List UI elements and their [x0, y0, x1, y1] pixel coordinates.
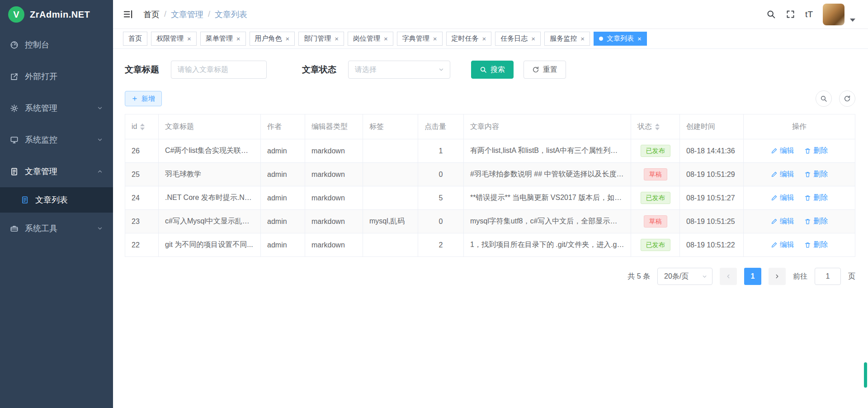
goto-page-input[interactable]	[815, 268, 841, 285]
sidebar-item-system-management[interactable]: 系统管理	[0, 92, 113, 124]
tab-post-management[interactable]: 岗位管理 ×	[348, 32, 393, 46]
sidebar-item-system-tools[interactable]: 系统工具	[0, 213, 113, 244]
reset-button[interactable]: 重置	[524, 61, 566, 79]
tab-menu-management[interactable]: 菜单管理 ×	[200, 32, 246, 46]
edit-button[interactable]: 编辑	[771, 217, 794, 226]
tab-department-management[interactable]: 部门管理 ×	[298, 32, 344, 46]
cell-title: 羽毛球教学	[159, 163, 261, 186]
tab-user-roles[interactable]: 用户角色 ×	[250, 32, 295, 46]
page-size-select[interactable]: 20条/页	[657, 268, 712, 285]
cell-content: 1，找到项目所在目录下的 .git/文件夹，进入.git/...	[464, 233, 631, 257]
pagination: 共 5 条 20条/页 1 前	[125, 268, 855, 285]
table-toolbar: 新增	[125, 90, 855, 107]
goto-label: 前往	[793, 272, 807, 281]
sort-carets-icon[interactable]	[140, 123, 145, 130]
tab-label: 字典管理	[402, 34, 429, 43]
tab-dict-management[interactable]: 字典管理 ×	[397, 32, 443, 46]
close-icon[interactable]: ×	[384, 35, 388, 42]
sidebar-item-label: 系统工具	[25, 223, 57, 234]
column-header-status[interactable]: 状态	[631, 114, 680, 139]
cell-editor: markdown	[305, 163, 363, 186]
toolbox-icon	[10, 224, 19, 233]
tab-label: 用户角色	[255, 34, 282, 43]
close-icon[interactable]: ×	[335, 35, 339, 42]
breadcrumb-item-article-management[interactable]: 文章管理	[171, 9, 203, 20]
sidebar-toggle-icon[interactable]	[123, 9, 133, 19]
tags-view-bar: 首页 权限管理 × 菜单管理 × 用户角色 × 部门管理 × 岗位管理 ×	[113, 29, 868, 49]
tab-label: 首页	[128, 34, 142, 43]
close-icon[interactable]: ×	[580, 35, 585, 42]
app-logo[interactable]: V ZrAdmin.NET	[0, 0, 113, 29]
article-title-input[interactable]	[171, 61, 267, 79]
close-icon[interactable]: ×	[187, 35, 191, 42]
sidebar: V ZrAdmin.NET 控制台 外部打开 系统管理	[0, 0, 113, 408]
cell-status: 草稿	[631, 163, 680, 186]
page-number-1[interactable]: 1	[744, 268, 761, 285]
search-icon[interactable]	[766, 9, 776, 19]
tab-permission-management[interactable]: 权限管理 ×	[151, 32, 197, 46]
chevron-right-icon	[774, 273, 780, 280]
edit-button[interactable]: 编辑	[771, 146, 794, 156]
delete-button[interactable]: 删除	[804, 146, 828, 156]
close-icon[interactable]: ×	[433, 35, 437, 42]
breadcrumb-item-home[interactable]: 首页	[143, 9, 160, 20]
close-icon[interactable]: ×	[482, 35, 486, 42]
close-icon[interactable]: ×	[637, 35, 642, 42]
article-status-select[interactable]: 请选择	[348, 61, 450, 79]
add-button[interactable]: 新增	[125, 91, 162, 106]
column-header-tags: 标签	[363, 114, 418, 139]
delete-button[interactable]: 删除	[804, 217, 828, 226]
page-unit-label: 页	[848, 272, 855, 281]
sidebar-item-dashboard[interactable]: 控制台	[0, 29, 113, 61]
table-row: 25 羽毛球教学 admin markdown 0 #羽毛球拍参数说明 ## 中…	[125, 163, 855, 186]
sidebar-item-external-open[interactable]: 外部打开	[0, 61, 113, 92]
breadcrumb-separator: /	[208, 9, 210, 19]
sidebar-item-article-management[interactable]: 文章管理	[0, 156, 113, 187]
chevron-left-icon	[725, 273, 731, 280]
fullscreen-icon[interactable]	[786, 9, 795, 19]
cell-id: 25	[125, 163, 159, 186]
close-icon[interactable]: ×	[236, 35, 241, 42]
cell-clicks: 5	[418, 186, 464, 210]
breadcrumb-item-article-list: 文章列表	[215, 9, 247, 20]
edit-button[interactable]: 编辑	[771, 170, 794, 179]
scrollbar-thumb[interactable]	[864, 362, 867, 388]
sort-carets-icon[interactable]	[655, 123, 660, 130]
status-badge: 草稿	[644, 168, 667, 181]
edit-button[interactable]: 编辑	[771, 193, 794, 203]
sidebar-item-label: 控制台	[25, 39, 49, 50]
search-button[interactable]: 搜索	[471, 61, 514, 79]
sidebar-item-system-monitor[interactable]: 系统监控	[0, 124, 113, 156]
delete-icon	[804, 242, 811, 248]
tab-label: 部门管理	[304, 34, 331, 43]
tab-task-logs[interactable]: 任务日志 ×	[495, 32, 541, 46]
close-icon[interactable]: ×	[531, 35, 535, 42]
chevron-down-icon	[702, 274, 708, 280]
cell-actions: 编辑 删除	[744, 233, 855, 257]
tab-home[interactable]: 首页	[123, 32, 147, 46]
tab-scheduled-tasks[interactable]: 定时任务 ×	[446, 32, 492, 46]
edit-button[interactable]: 编辑	[771, 240, 794, 250]
caret-down-icon[interactable]	[850, 19, 855, 22]
delete-icon	[804, 218, 811, 225]
delete-button[interactable]: 删除	[804, 193, 828, 203]
prev-page-button[interactable]	[720, 268, 737, 285]
tab-article-list[interactable]: 文章列表 ×	[594, 32, 647, 46]
cell-actions: 编辑 删除	[744, 186, 855, 210]
toggle-search-button[interactable]	[816, 90, 832, 107]
font-size-icon[interactable]: tT	[805, 9, 813, 19]
cell-actions: 编辑 删除	[744, 163, 855, 186]
delete-button[interactable]: 删除	[804, 240, 828, 250]
sidebar-item-article-list[interactable]: 文章列表	[0, 187, 113, 213]
refresh-table-button[interactable]	[839, 90, 855, 107]
close-icon[interactable]: ×	[286, 35, 290, 42]
cell-created: 08-19 10:51:25	[680, 210, 744, 233]
next-page-button[interactable]	[769, 268, 786, 285]
tab-service-monitor[interactable]: 服务监控 ×	[544, 32, 590, 46]
status-badge: 草稿	[644, 215, 667, 228]
delete-button[interactable]: 删除	[804, 170, 828, 179]
user-avatar[interactable]	[823, 4, 844, 25]
chevron-down-icon	[97, 105, 103, 111]
column-header-id[interactable]: id	[125, 114, 159, 139]
add-button-label: 新增	[142, 95, 155, 103]
